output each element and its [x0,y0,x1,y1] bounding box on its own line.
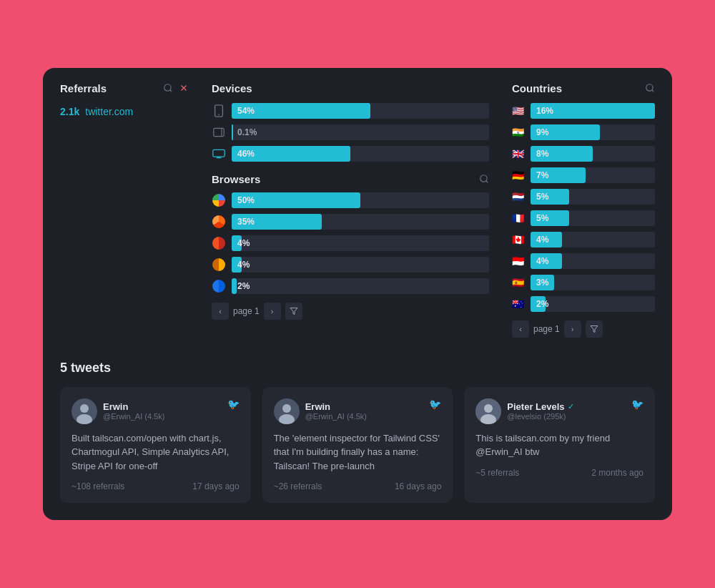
devices-header: Devices [212,82,489,94]
countries-pagination: ‹ page 1 › [512,320,655,338]
tweet-card-1: Erwin @Erwin_AI (4.5k) 🐦 The 'element in… [262,387,453,504]
countries-prev-btn[interactable]: ‹ [512,320,529,338]
browser-bar-container-4: 2% [232,278,489,294]
device-bar-container-mobile: 54% [232,103,489,119]
browser-bar-1: 35% [212,214,489,230]
referrals-header: Referrals [60,82,189,94]
browser-icon-3 [212,258,226,271]
svg-line-15 [652,90,654,92]
browser-bar-label-0: 50% [237,195,255,205]
referrals-search-icon[interactable] [163,83,173,93]
tweet-card-2: Pieter Levels ✓ @levelsio (295k) 🐦 This … [464,387,655,504]
device-bar-container-tablet: 0.1% [232,124,489,140]
mobile-icon [212,104,226,117]
browser-bar-3: 4% [212,257,489,273]
countries-next-btn[interactable]: › [564,320,581,338]
tablet-icon [212,127,226,137]
device-bar-container-desktop: 46% [232,146,489,162]
tweet-header-2: Pieter Levels ✓ @levelsio (295k) 🐦 [475,398,644,424]
device-bar-desktop: 46% [212,146,489,162]
tweets-title: 5 tweets [60,361,655,376]
referrals-title: Referrals [60,82,107,94]
tweet-footer-0: ~108 referrals 17 days ago [72,481,240,491]
devices-bars: 54% 0.1% [212,103,489,162]
country-row-3: 🇩🇪 7% [512,167,655,183]
browsers-search-icon[interactable] [479,174,489,184]
referrals-column: Referrals 2.1k twitter.com [60,82,189,338]
flag-nl: 🇳🇱 [512,191,526,202]
browsers-page-text: page 1 [233,306,260,316]
referral-count: 2.1k [60,106,79,117]
browsers-prev-btn[interactable]: ‹ [212,303,229,320]
flag-gb: 🇬🇧 [512,148,526,160]
svg-point-18 [80,404,89,413]
svg-rect-6 [214,128,224,136]
country-label-7: 4% [536,256,548,266]
country-bar-2: 8% [531,146,655,162]
tweet-username-0: Erwin [103,401,164,412]
country-row-8: 🇪🇸 3% [512,275,655,290]
tweet-header-0: Erwin @Erwin_AI (4.5k) 🐦 [72,398,240,424]
top-section: Referrals 2.1k twitter.com Devices [43,68,672,349]
tweet-handle-2: @levelsio (295k) [507,412,573,421]
flag-es: 🇪🇸 [512,277,526,288]
referrals-close-icon[interactable] [179,83,189,93]
browsers-next-btn[interactable]: › [264,303,281,320]
country-bar-1: 9% [531,124,655,140]
tweet-date-1: 16 days ago [395,481,441,491]
referrals-header-icons [163,83,189,93]
browser-bar-container-2: 4% [232,235,489,251]
svg-line-1 [170,90,172,92]
countries-column: Countries 🇺🇸 16% 🇮🇳 [512,82,655,338]
country-row-4: 🇳🇱 5% [512,189,655,205]
browsers-filter-btn[interactable] [285,303,302,320]
country-label-4: 5% [536,192,548,202]
tweet-userinfo-2: Pieter Levels ✓ @levelsio (295k) [507,401,573,421]
country-bar-0: 16% [531,103,655,119]
tweet-userinfo-1: Erwin @Erwin_AI (4.5k) [305,401,367,421]
browser-bar-container-3: 4% [232,257,489,273]
device-bar-tablet: 0.1% [212,124,489,140]
tweet-footer-2: ~5 referrals 2 months ago [475,468,644,478]
browser-bar-0: 50% [212,192,489,208]
svg-rect-8 [213,150,225,157]
browsers-pagination: ‹ page 1 › [212,303,489,320]
countries-search-icon[interactable] [645,83,655,93]
browser-bar-label-2: 4% [237,238,250,248]
tweets-section: 5 tweets Erwin @Erwin_AI (4.5k) 🐦 [43,349,672,521]
referral-item[interactable]: 2.1k twitter.com [60,103,189,120]
flag-us: 🇺🇸 [512,105,526,117]
browsers-title: Browsers [212,173,260,185]
desktop-icon [212,149,226,159]
browser-bar-container-0: 50% [232,192,489,208]
country-row-0: 🇺🇸 16% [512,103,655,119]
tweet-card-0: Erwin @Erwin_AI (4.5k) 🐦 Built tailscan.… [60,387,251,504]
browser-bar-4: 2% [212,278,489,294]
country-row-7: 🇮🇩 4% [512,253,655,269]
flag-au: 🇦🇺 [512,298,526,310]
countries-filter-btn[interactable] [586,320,603,338]
browser-icon-0 [212,194,226,207]
country-row-6: 🇨🇦 4% [512,232,655,248]
tweet-handle-1: @Erwin_AI (4.5k) [305,412,367,421]
avatar-0 [72,398,97,424]
tweet-body-2: This is tailscan.com by my friend @Erwin… [475,431,644,459]
countries-title: Countries [512,82,562,94]
tweet-user-2: Pieter Levels ✓ @levelsio (295k) [475,398,573,424]
tweet-body-0: Built tailscan.com/open with chart.js, C… [72,431,240,474]
browser-bar-container-1: 35% [232,214,489,230]
svg-point-11 [480,175,487,182]
countries-page-text: page 1 [533,324,560,334]
browser-bar-label-1: 35% [237,217,255,227]
country-bar-5: 5% [531,210,655,226]
country-bar-9: 2% [531,296,655,312]
country-label-1: 9% [536,127,548,137]
device-bar-label-desktop: 46% [237,149,255,159]
tweet-referrals-1: ~26 referrals [274,481,322,491]
flag-ca: 🇨🇦 [512,234,526,245]
tweet-referrals-2: ~5 referrals [475,468,519,478]
tweet-username-2: Pieter Levels [507,401,564,412]
device-bar-label-tablet: 0.1% [237,127,257,137]
country-label-8: 3% [536,278,548,288]
tweet-footer-1: ~26 referrals 16 days ago [274,481,442,491]
